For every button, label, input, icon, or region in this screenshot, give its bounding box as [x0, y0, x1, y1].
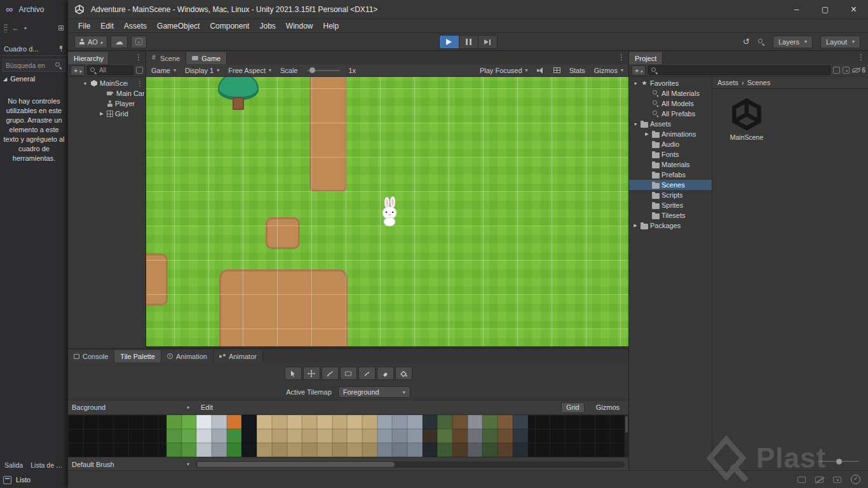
tile-swatch[interactable] — [241, 415, 257, 429]
project-search-input[interactable] — [648, 65, 831, 75]
tile-swatch[interactable] — [482, 443, 498, 457]
stats-grid-icon[interactable] — [553, 67, 560, 73]
tile-swatch[interactable] — [302, 415, 317, 429]
tile-swatch[interactable] — [377, 429, 393, 443]
hierarchy-item[interactable]: Main Camera — [68, 88, 146, 98]
tile-swatch[interactable] — [498, 429, 513, 443]
bottom-tab[interactable]: Animator — [214, 350, 263, 362]
layers-dropdown[interactable]: Layers — [773, 36, 813, 48]
search-by-label-icon[interactable] — [843, 67, 850, 74]
tile-swatch[interactable] — [287, 443, 302, 457]
tile-swatch[interactable] — [332, 443, 348, 457]
menu-item[interactable]: Edit — [95, 22, 119, 30]
tile-swatch[interactable] — [423, 443, 438, 457]
slider-thumb[interactable] — [309, 67, 315, 73]
project-tree-item[interactable]: All Models — [629, 98, 712, 109]
tile-swatch[interactable] — [227, 443, 242, 457]
mute-audio-icon[interactable] — [537, 67, 545, 74]
tile-swatch[interactable] — [407, 443, 423, 457]
expand-arrow-icon[interactable]: ▼ — [632, 122, 639, 126]
collab-offline-icon[interactable] — [815, 477, 824, 483]
tile-swatch[interactable] — [377, 415, 393, 429]
navigate-back-icon[interactable]: ← — [12, 24, 20, 32]
panel-menu-icon[interactable] — [618, 53, 625, 62]
back-dropdown-icon[interactable]: ▾ — [24, 25, 27, 31]
menu-item[interactable]: Window — [281, 22, 318, 30]
tile-swatch[interactable] — [347, 415, 362, 429]
breadcrumb-current[interactable]: Scenes — [747, 79, 771, 86]
tile-swatch[interactable] — [407, 429, 423, 443]
expand-arrow-icon[interactable]: ▶ — [632, 223, 639, 228]
hierarchy-item[interactable]: Player — [68, 98, 146, 109]
maximize-button[interactable] — [811, 0, 839, 18]
unity-titlebar[interactable]: Adventure - MainScene - Windows, Mac, Li… — [68, 0, 868, 19]
project-tree-item[interactable]: ▶ Packages — [629, 220, 712, 231]
tile-swatch[interactable] — [452, 429, 468, 443]
project-tree-item[interactable]: Scenes — [629, 180, 712, 190]
tile-swatch[interactable] — [498, 415, 513, 429]
tile-swatch[interactable] — [347, 443, 362, 457]
project-tree-item[interactable]: Tilesets — [629, 210, 712, 220]
tile-swatch[interactable] — [468, 429, 483, 443]
asset-mainscene[interactable]: MainScene — [722, 98, 771, 141]
vs-menu-archivo[interactable]: Archivo — [18, 5, 44, 14]
hierarchy-item[interactable]: ▶ Grid — [68, 109, 146, 119]
game-viewport[interactable] — [146, 77, 628, 346]
tile-swatch[interactable] — [212, 443, 227, 457]
hidden-packages-toggle[interactable]: 6 — [852, 67, 865, 74]
tile-swatch[interactable] — [392, 443, 407, 457]
version-control-button[interactable] — [131, 36, 147, 48]
project-tree-item[interactable]: Materials — [629, 159, 712, 170]
tile-swatch[interactable] — [362, 429, 377, 443]
project-tree-item[interactable]: Audio — [629, 139, 712, 149]
account-button[interactable]: AO — [74, 36, 107, 48]
tile-swatch[interactable] — [452, 415, 468, 429]
tile-swatch[interactable] — [166, 415, 182, 429]
tile-swatch[interactable] — [392, 429, 407, 443]
panel-menu-icon[interactable] — [857, 53, 865, 62]
tile-swatch[interactable] — [362, 415, 377, 429]
tile-swatch[interactable] — [498, 443, 513, 457]
tile-swatch[interactable] — [452, 443, 468, 457]
tile-swatch[interactable] — [196, 443, 212, 457]
pause-button[interactable] — [459, 36, 478, 48]
tool-box-fill-button[interactable] — [340, 367, 357, 380]
project-tree-item[interactable]: ▼ Assets — [629, 119, 712, 129]
toolbox-icon[interactable]: ⊞ — [58, 24, 64, 32]
menu-item[interactable]: GameObject — [152, 22, 205, 30]
filter-icon[interactable] — [136, 67, 143, 74]
undo-history-icon[interactable]: ↺ — [743, 37, 750, 46]
section-expander-icon[interactable]: ◢ — [3, 76, 7, 82]
tile-swatch[interactable] — [272, 415, 287, 429]
create-object-button[interactable]: + — [71, 65, 85, 76]
hierarchy-search-input[interactable]: All — [87, 65, 133, 75]
tile-swatch[interactable] — [332, 429, 348, 443]
expand-arrow-icon[interactable]: ▼ — [632, 81, 639, 86]
game-mode-dropdown[interactable]: Game — [151, 67, 176, 74]
expand-arrow-icon[interactable]: ▼ — [82, 81, 88, 86]
thumbnail-zoom-slider[interactable] — [818, 458, 859, 465]
tile-swatch[interactable] — [272, 443, 287, 457]
tile-swatch[interactable] — [287, 429, 302, 443]
tile-swatch[interactable] — [423, 429, 438, 443]
tab-hierarchy[interactable]: Hierarchy — [68, 52, 109, 64]
palette-horizontal-scrollbar[interactable] — [196, 461, 625, 468]
tile-swatch[interactable] — [468, 415, 483, 429]
tile-swatch[interactable] — [423, 415, 438, 429]
project-tree-item[interactable]: All Prefabs — [629, 109, 712, 119]
tile-swatch[interactable] — [196, 429, 212, 443]
activity-indicator-icon[interactable] — [851, 475, 860, 484]
palette-gizmos-button[interactable]: Gizmos — [591, 402, 625, 413]
tile-swatch[interactable] — [227, 415, 242, 429]
tile-swatch[interactable] — [317, 415, 332, 429]
scale-slider[interactable] — [307, 67, 340, 74]
tab-lista-errores[interactable]: Lista de errores — [31, 461, 64, 469]
edit-palette-button[interactable]: Edit — [196, 402, 218, 413]
tab-project[interactable]: Project — [629, 52, 663, 64]
tile-swatch[interactable] — [212, 415, 227, 429]
project-tree-item[interactable]: ▶ Animations — [629, 129, 712, 139]
create-asset-button[interactable]: + — [632, 65, 646, 76]
tile-swatch[interactable] — [257, 415, 272, 429]
tile-swatch[interactable] — [196, 415, 212, 429]
tile-swatch[interactable] — [182, 429, 197, 443]
